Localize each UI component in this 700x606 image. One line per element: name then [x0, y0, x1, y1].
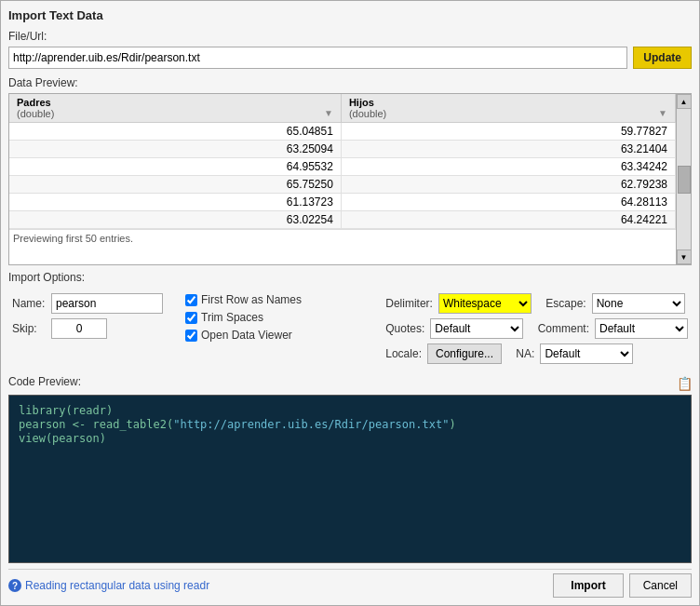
- comment-select[interactable]: Default None #: [595, 318, 688, 339]
- first-row-names-label: First Row as Names: [201, 293, 302, 306]
- bottom-bar: ? Reading rectangular data using readr I…: [8, 569, 692, 598]
- data-preview-scroll[interactable]: Padres (double) ▼ Hijos (double) ▼: [9, 94, 676, 264]
- code-preview-section: Code Preview: 📋 library(readr) pearson <…: [8, 375, 692, 563]
- table-cell: 65.75250: [9, 176, 341, 194]
- scroll-down-btn[interactable]: ▼: [677, 249, 692, 264]
- table-cell: 64.28113: [341, 194, 675, 211]
- table-cell: 64.95532: [9, 158, 341, 176]
- code-line-2: pearson <- read_table2("http://aprender.…: [19, 418, 681, 431]
- code-box: library(readr) pearson <- read_table2("h…: [8, 395, 692, 563]
- first-row-names-checkbox[interactable]: [185, 294, 197, 306]
- locale-row: Locale: Configure... NA: Default NA: [385, 343, 688, 364]
- table-cell: 61.13723: [9, 194, 341, 211]
- table-cell: 63.34242: [341, 158, 675, 176]
- table-row: 63.0225464.24221: [9, 211, 676, 229]
- scrollbar-track[interactable]: ▲ ▼: [676, 94, 691, 264]
- code-preview-header: Code Preview: 📋: [8, 375, 692, 392]
- scroll-thumb[interactable]: [678, 166, 691, 194]
- import-options-grid: Name: Skip: First Row as Names Trim Spac…: [8, 288, 692, 370]
- name-label: Name:: [12, 297, 46, 310]
- delimiter-label: Delimiter:: [385, 297, 433, 310]
- help-text: Reading rectangular data using readr: [25, 579, 209, 592]
- delimiter-select[interactable]: Whitespace Comma Semicolon Tab Other: [438, 293, 532, 314]
- quotes-select[interactable]: Default None Single Double: [430, 318, 523, 339]
- table-row: 65.7525062.79238: [9, 176, 676, 194]
- open-data-viewer-checkbox[interactable]: [185, 330, 197, 342]
- col-name-hijos: Hijos: [349, 97, 374, 108]
- scroll-up-btn[interactable]: ▲: [677, 94, 692, 109]
- col-header-hijos: Hijos (double) ▼: [341, 94, 675, 123]
- escape-label: Escape:: [545, 297, 586, 310]
- table-cell: 63.02254: [9, 211, 341, 229]
- open-data-viewer-label: Open Data Viewer: [201, 329, 292, 342]
- cancel-button[interactable]: Cancel: [629, 573, 692, 598]
- import-options-section: Import Options: Name: Skip: First Row as…: [8, 271, 692, 370]
- copy-code-icon[interactable]: 📋: [677, 376, 692, 391]
- quotes-label: Quotes:: [385, 322, 424, 335]
- table-row: 65.0485159.77827: [9, 123, 676, 141]
- configure-button[interactable]: Configure...: [427, 343, 502, 364]
- code-line-1: library(readr): [19, 404, 681, 417]
- locale-label: Locale:: [385, 347, 422, 360]
- comment-label: Comment:: [538, 322, 589, 335]
- table-row: 61.1372364.28113: [9, 194, 676, 211]
- code-line-3: view(pearson): [19, 432, 681, 445]
- table-cell: 65.04851: [9, 123, 341, 141]
- table-cell: 59.77827: [341, 123, 675, 141]
- name-input[interactable]: [51, 293, 163, 314]
- first-row-names-checkbox-label[interactable]: First Row as Names: [185, 293, 302, 306]
- data-preview-label: Data Preview:: [8, 76, 692, 89]
- trim-spaces-label: Trim Spaces: [201, 311, 263, 324]
- data-table: Padres (double) ▼ Hijos (double) ▼: [9, 94, 676, 229]
- na-label: NA:: [516, 347, 534, 360]
- trim-spaces-checkbox-label[interactable]: Trim Spaces: [185, 311, 302, 324]
- opt-col-delimiter: Delimiter: Whitespace Comma Semicolon Ta…: [385, 293, 688, 364]
- file-url-label: File/Url:: [8, 30, 692, 43]
- import-text-data-dialog: Import Text Data File/Url: Update Data P…: [0, 0, 700, 606]
- name-row: Name:: [12, 293, 163, 314]
- table-cell: 63.21404: [341, 141, 675, 158]
- na-select[interactable]: Default NA: [540, 343, 633, 364]
- quotes-row: Quotes: Default None Single Double Comme…: [385, 318, 688, 339]
- table-cell: 62.79238: [341, 176, 675, 194]
- action-buttons: Import Cancel: [553, 573, 692, 598]
- code-preview-label: Code Preview:: [8, 375, 81, 388]
- import-button[interactable]: Import: [553, 573, 623, 598]
- opt-col-checkboxes: First Row as Names Trim Spaces Open Data…: [185, 293, 302, 342]
- table-cell: 63.25094: [9, 141, 341, 158]
- table-row: 64.9553263.34242: [9, 158, 676, 176]
- col-header-padres: Padres (double) ▼: [9, 94, 341, 123]
- open-data-viewer-checkbox-label[interactable]: Open Data Viewer: [185, 329, 302, 342]
- preview-note: Previewing first 50 entries.: [9, 229, 676, 247]
- table-row: 63.2509463.21404: [9, 141, 676, 158]
- col-type-hijos: (double): [349, 108, 386, 119]
- escape-select[interactable]: None Backslash Double: [592, 293, 685, 314]
- help-link[interactable]: ? Reading rectangular data using readr: [8, 579, 209, 592]
- table-cell: 64.24221: [341, 211, 675, 229]
- dialog-title: Import Text Data: [8, 8, 692, 22]
- skip-label: Skip:: [12, 322, 46, 335]
- trim-spaces-checkbox[interactable]: [185, 312, 197, 324]
- skip-row: Skip:: [12, 318, 163, 339]
- col-name-padres: Padres: [17, 97, 51, 108]
- file-url-input[interactable]: [8, 47, 627, 69]
- opt-col-name-skip: Name: Skip:: [12, 293, 163, 339]
- import-options-label: Import Options:: [8, 271, 692, 284]
- help-icon: ?: [8, 579, 21, 592]
- delimiter-row: Delimiter: Whitespace Comma Semicolon Ta…: [385, 293, 688, 314]
- data-preview-table-wrapper: Padres (double) ▼ Hijos (double) ▼: [8, 93, 692, 265]
- skip-input[interactable]: [51, 318, 107, 339]
- col-type-padres: (double): [17, 108, 54, 119]
- update-button[interactable]: Update: [633, 47, 692, 69]
- data-preview-section: Data Preview: Padres (double) ▼ Hijos: [8, 76, 692, 265]
- file-url-row: Update: [8, 47, 692, 69]
